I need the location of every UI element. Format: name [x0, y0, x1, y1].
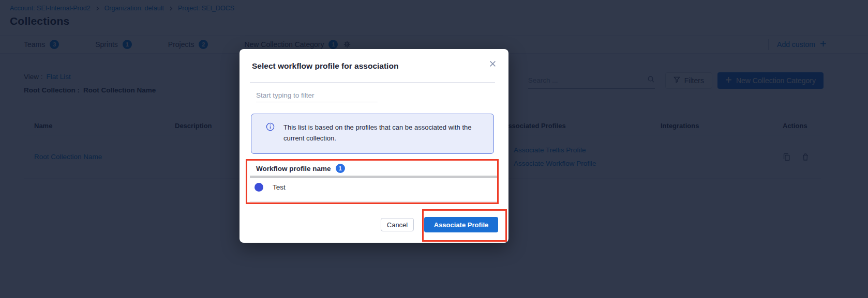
info-callout: This list is based on the profiles that …	[251, 114, 494, 154]
list-header-label: Workflow profile name	[256, 165, 331, 172]
selected-radio-dot[interactable]	[255, 183, 263, 192]
workflow-profile-list-header: Workflow profile name 1	[256, 164, 345, 173]
profile-option-label: Test	[273, 183, 286, 191]
associate-profile-button[interactable]: Associate Profile	[424, 217, 498, 232]
info-icon	[266, 122, 275, 133]
profile-filter-field	[256, 88, 378, 102]
info-text: This list is based on the profiles that …	[283, 122, 479, 144]
count-badge: 1	[336, 164, 345, 173]
modal-title-divider	[250, 82, 495, 83]
profile-filter-input[interactable]	[256, 88, 378, 102]
modal-title: Select workflow profile for association	[252, 61, 398, 71]
close-icon[interactable]	[487, 58, 498, 69]
collections-page: Account: SEI-Internal-Prod2 Organization…	[0, 0, 868, 298]
profile-option-test[interactable]: Test	[255, 178, 492, 196]
option-divider	[250, 201, 498, 202]
select-workflow-profile-modal: Select workflow profile for association …	[240, 49, 508, 243]
cancel-button[interactable]: Cancel	[381, 218, 414, 231]
